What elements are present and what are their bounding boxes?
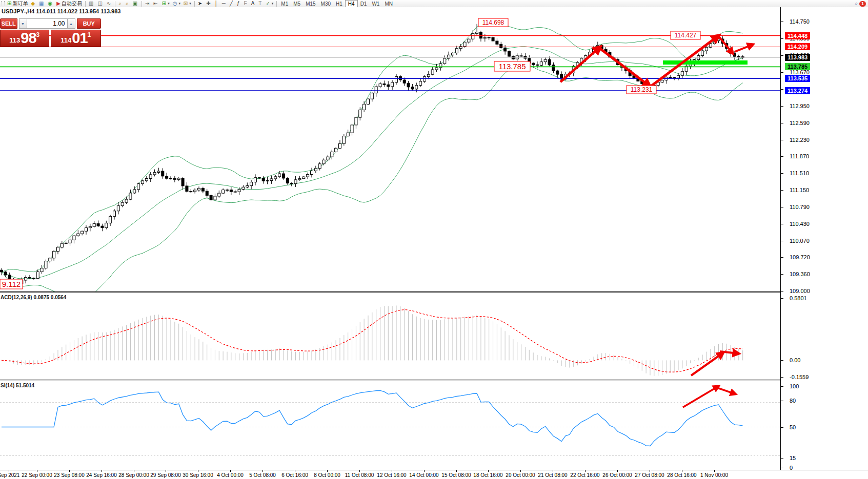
candle-body	[77, 234, 79, 236]
time-axis[interactable]: Sep 202122 Sep 00:0023 Sep 08:0024 Sep 1…	[0, 470, 868, 479]
bid-pips: 98	[21, 31, 36, 46]
candle-body	[250, 182, 253, 185]
candlestick-chart-icon[interactable]: ◫	[96, 1, 105, 7]
zoom-out-icon: ⌕	[126, 1, 129, 7]
trend-arrow[interactable]	[560, 47, 600, 82]
volume-increase-stepper[interactable]: ▲	[67, 18, 75, 29]
candle-body	[359, 110, 361, 117]
trend-arrow[interactable]	[718, 36, 733, 53]
price-tick-label: 112.590	[790, 120, 810, 126]
time-axis-tick	[520, 470, 521, 472]
tile-windows-icon[interactable]: ▣	[131, 1, 140, 7]
tile-windows-icon: ▣	[133, 1, 137, 7]
candle-body	[435, 68, 438, 70]
bid-price[interactable]: 113 98 3	[0, 30, 49, 47]
candle-body	[327, 157, 329, 160]
price-annotation-label[interactable]: 114.698	[478, 18, 508, 27]
candle-body	[488, 37, 490, 38]
autotrading-button[interactable]: ▶自动交易	[55, 1, 84, 7]
sell-button[interactable]: SELL	[0, 18, 17, 29]
rsi-indicator-header: SI(14) 51.5014	[1, 383, 34, 388]
line-chart-icon[interactable]: ∿	[105, 1, 113, 7]
auto-scroll-icon[interactable]: ⇥	[144, 1, 152, 7]
timeframe-button-h4[interactable]: H4	[345, 0, 358, 8]
candle-body	[145, 178, 148, 180]
signals-icon[interactable]: ◉	[47, 1, 55, 7]
search-icon[interactable]: ⌕	[853, 1, 859, 7]
candle-body	[56, 247, 59, 252]
market-watch-icon[interactable]: ◆	[29, 1, 37, 7]
panel-separator[interactable]	[0, 380, 868, 380]
bar-chart-icon[interactable]: ▥	[87, 1, 96, 7]
candle-body	[322, 160, 325, 164]
candle-body	[238, 190, 240, 192]
label-icon: T	[258, 1, 261, 7]
horizontal-line-icon[interactable]: ─	[220, 1, 228, 7]
chart-shift-icon[interactable]: ⇤	[152, 1, 160, 7]
trend-arrow[interactable]	[717, 388, 735, 394]
indicators-icon[interactable]: ⊞▾	[160, 1, 171, 7]
timeframe-button-mn[interactable]: MN	[382, 1, 395, 7]
crosshair-icon[interactable]: ✚	[205, 1, 213, 7]
periods-icon[interactable]: ◷▾	[171, 1, 182, 7]
tick-mark	[781, 55, 783, 56]
candle-body	[286, 178, 289, 183]
periods-icon: ◷	[173, 1, 177, 7]
candle-body	[681, 71, 683, 75]
toolbar-grip	[1, 1, 5, 6]
notifications-icon[interactable]: 1	[859, 1, 866, 7]
timeframe-button-m5[interactable]: M5	[291, 1, 303, 7]
candle-body	[387, 85, 390, 87]
candle-body	[65, 243, 67, 243]
tick-mark	[781, 156, 783, 157]
price-annotation-label[interactable]: 9.112	[0, 279, 23, 289]
panel-separator[interactable]	[0, 291, 868, 292]
zoom-in-icon[interactable]: ⌕	[117, 1, 124, 7]
fibo-lines-icon[interactable]: F	[243, 1, 250, 7]
templates-icon[interactable]: ✉▾	[182, 1, 193, 7]
label-icon[interactable]: T	[257, 1, 264, 7]
timeframe-button-m30[interactable]: M30	[318, 1, 333, 7]
volume-decrease-stepper[interactable]: ▼	[19, 18, 27, 29]
tick-mark	[781, 72, 783, 73]
timeframe-button-m1[interactable]: M1	[278, 1, 291, 7]
price-annotation-label[interactable]: 114.427	[671, 31, 700, 39]
ask-price[interactable]: 114 01 1	[51, 30, 101, 47]
data-window-icon[interactable]: ▦	[37, 1, 46, 7]
arrows-tool-icon[interactable]: ✓▾	[264, 1, 275, 7]
support-zone-highlight[interactable]	[663, 60, 748, 65]
candle-body	[214, 196, 216, 200]
text-icon[interactable]: A	[250, 1, 257, 7]
rsi-panel[interactable]	[0, 381, 780, 470]
new-order-button[interactable]: ⊞新订单	[6, 1, 29, 7]
time-axis-label: 11 Oct 08:00	[345, 472, 374, 478]
main-chart[interactable]: 114.698114.427113.785113.2319.112	[0, 7, 780, 291]
trend-arrow[interactable]	[691, 353, 723, 376]
timeframe-button-w1[interactable]: W1	[369, 1, 382, 7]
buy-button[interactable]: BUY	[77, 18, 102, 29]
cursor-icon[interactable]: ➤	[196, 1, 205, 7]
templates-icon: ✉	[184, 1, 188, 7]
price-annotation-label[interactable]: 113.785	[494, 61, 530, 71]
volume-input[interactable]	[27, 18, 67, 29]
candle-body	[137, 184, 140, 190]
candle-body	[342, 136, 345, 144]
time-axis-tick	[327, 470, 328, 472]
trend-arrow[interactable]	[735, 45, 753, 52]
timeframe-button-h1[interactable]: H1	[333, 1, 345, 7]
candle-body	[717, 39, 720, 40]
fibonacci-icon[interactable]: ƒ	[235, 1, 243, 7]
timeframe-button-d1[interactable]: D1	[358, 1, 370, 7]
macd-panel[interactable]	[0, 293, 780, 380]
macd-tick-label: -0.1559	[790, 374, 809, 380]
vertical-line-icon[interactable]: │	[213, 1, 220, 7]
candle-body	[455, 49, 458, 53]
time-axis-label: 22 Oct 16:00	[570, 472, 599, 478]
trend-arrow[interactable]	[683, 386, 718, 407]
price-annotation-label[interactable]: 113.231	[627, 86, 656, 94]
price-axis[interactable]: 114.750114.390114.030113.670113.310112.9…	[781, 7, 868, 470]
trendline-icon[interactable]: ╱	[228, 1, 235, 7]
candle-body	[262, 178, 265, 181]
zoom-out-icon[interactable]: ⌕	[124, 1, 131, 7]
timeframe-button-m15[interactable]: M15	[303, 1, 318, 7]
